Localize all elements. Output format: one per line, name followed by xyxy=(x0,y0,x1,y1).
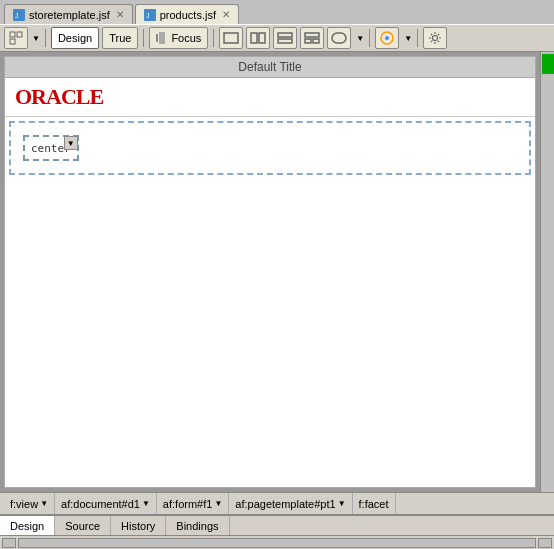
svg-text:J: J xyxy=(146,12,150,19)
svg-rect-10 xyxy=(251,33,257,43)
status-form[interactable]: af:form#f1 ▼ xyxy=(157,493,229,514)
vertical-scrollbar[interactable] xyxy=(540,52,554,492)
fview-dropdown[interactable]: ▼ xyxy=(40,499,48,508)
svg-rect-16 xyxy=(313,39,319,43)
sep-5 xyxy=(417,29,418,47)
svg-rect-17 xyxy=(332,33,346,43)
layout-dropdown-arrow[interactable]: ▼ xyxy=(356,34,364,43)
jsf-icon-1: J xyxy=(13,9,25,21)
document-dropdown[interactable]: ▼ xyxy=(142,499,150,508)
toolbar-icon-svg xyxy=(9,31,23,45)
tab-close-storetemplate[interactable]: ✕ xyxy=(116,9,124,20)
bottom-tab-source[interactable]: Source xyxy=(55,516,111,535)
svg-rect-12 xyxy=(278,33,292,37)
tab-products[interactable]: J products.jsf ✕ xyxy=(135,4,239,24)
canvas: Default Title ORACLE center ▼ xyxy=(4,56,536,488)
svg-rect-15 xyxy=(305,39,311,43)
horizontal-scrollbar[interactable] xyxy=(0,535,554,549)
tab-label-products: products.jsf xyxy=(160,9,216,21)
layout-icon-5 xyxy=(331,32,347,44)
tab-label-storetemplate: storetemplate.jsf xyxy=(29,9,110,21)
scrollbar-thumb[interactable] xyxy=(542,54,554,74)
sep-3 xyxy=(213,29,214,47)
layout-btn-4[interactable] xyxy=(300,27,324,49)
browser-dropdown-arrow[interactable]: ▼ xyxy=(404,34,412,43)
h-scroll-track[interactable] xyxy=(18,538,536,548)
toolbar-icon-dropdown[interactable]: ▼ xyxy=(32,34,40,43)
sep-4 xyxy=(369,29,370,47)
center-facet-box[interactable]: center ▼ xyxy=(23,135,79,161)
browser-button[interactable] xyxy=(375,27,399,49)
svg-rect-11 xyxy=(259,33,265,43)
h-scroll-right-btn[interactable] xyxy=(538,538,552,548)
layout-btn-3[interactable] xyxy=(273,27,297,49)
design-button[interactable]: Design xyxy=(51,27,99,49)
tab-bar: J storetemplate.jsf ✕ J products.jsf ✕ xyxy=(0,0,554,24)
svg-rect-6 xyxy=(17,32,22,37)
oracle-logo: ORACLE xyxy=(15,84,103,109)
toolbar: ▼ Design True Focus xyxy=(0,24,554,52)
settings-button[interactable] xyxy=(423,27,447,49)
facet-dropdown-arrow[interactable]: ▼ xyxy=(64,136,78,150)
bottom-tab-history[interactable]: History xyxy=(111,516,166,535)
layout-btn-1[interactable] xyxy=(219,27,243,49)
layout-icon-4 xyxy=(304,32,320,44)
oracle-header: ORACLE xyxy=(5,78,535,117)
toolbar-icon-left[interactable] xyxy=(4,27,28,49)
svg-rect-13 xyxy=(278,39,292,43)
jsf-icon-2: J xyxy=(144,9,156,21)
focus-icon xyxy=(156,32,168,44)
bottom-tab-bar: Design Source History Bindings xyxy=(0,515,554,535)
svg-rect-5 xyxy=(10,39,15,44)
status-facet[interactable]: f:facet xyxy=(353,493,396,514)
bottom-tab-design[interactable]: Design xyxy=(0,516,55,535)
svg-rect-14 xyxy=(305,33,319,37)
tab-close-products[interactable]: ✕ xyxy=(222,9,230,20)
status-pagetemplate[interactable]: af:pagetemplate#pt1 ▼ xyxy=(229,493,352,514)
bottom-section: Design Source History Bindings xyxy=(0,514,554,549)
layout-btn-2[interactable] xyxy=(246,27,270,49)
sep-2 xyxy=(143,29,144,47)
form-dropdown[interactable]: ▼ xyxy=(214,499,222,508)
svg-text:J: J xyxy=(15,12,19,19)
svg-rect-8 xyxy=(159,32,165,44)
status-fview[interactable]: f:view ▼ xyxy=(4,493,55,514)
true-button[interactable]: True xyxy=(102,27,138,49)
layout-icon-3 xyxy=(277,32,293,44)
page-title-bar: Default Title xyxy=(5,57,535,78)
tab-storetemplate[interactable]: J storetemplate.jsf ✕ xyxy=(4,4,133,24)
editor-section: Default Title ORACLE center ▼ xyxy=(0,52,554,492)
browser-icon xyxy=(379,31,395,45)
sep-1 xyxy=(45,29,46,47)
main-window: J storetemplate.jsf ✕ J products.jsf ✕ xyxy=(0,0,554,549)
layout-btn-5[interactable] xyxy=(327,27,351,49)
focus-button[interactable]: Focus xyxy=(149,27,208,49)
toolbar-left: ▼ xyxy=(4,27,40,49)
bottom-tab-bindings[interactable]: Bindings xyxy=(166,516,229,535)
pagetemplate-dropdown[interactable]: ▼ xyxy=(338,499,346,508)
status-bar: f:view ▼ af:document#d1 ▼ af:form#f1 ▼ a… xyxy=(0,492,554,514)
svg-rect-7 xyxy=(156,34,158,42)
status-document[interactable]: af:document#d1 ▼ xyxy=(55,493,157,514)
gear-icon xyxy=(428,31,442,45)
layout-icon-1 xyxy=(223,32,239,44)
svg-point-19 xyxy=(385,36,389,40)
svg-point-20 xyxy=(433,36,438,41)
layout-icon-2 xyxy=(250,32,266,44)
svg-rect-9 xyxy=(224,33,238,43)
outer-dashed-region: center ▼ xyxy=(9,121,531,175)
h-scroll-left-btn[interactable] xyxy=(2,538,16,548)
svg-rect-4 xyxy=(10,32,15,37)
page-title: Default Title xyxy=(238,60,301,74)
